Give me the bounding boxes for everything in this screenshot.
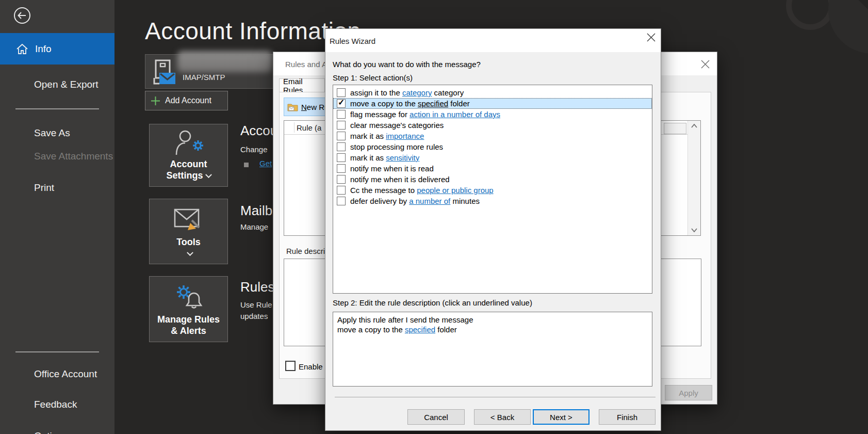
wizard-action-list[interactable]: assign it to the category category✓move …: [333, 85, 652, 294]
sidebar-item-office-account[interactable]: Office Account: [34, 368, 97, 380]
account-settings-icon: [174, 130, 204, 155]
action-row[interactable]: assign it to the category category: [333, 87, 652, 98]
backstage-sidebar: Info Open & Export Save As Save Attachme…: [0, 0, 114, 434]
action-row[interactable]: notify me when it is read: [333, 163, 652, 174]
action-label: move a copy to the specified folder: [350, 99, 470, 108]
action-row[interactable]: mark it as importance: [333, 131, 652, 141]
scroll-down-icon[interactable]: [688, 225, 700, 235]
checkbox-unchecked[interactable]: [337, 186, 346, 195]
underlined-value-link[interactable]: people or public group: [417, 186, 493, 195]
back-button[interactable]: [13, 7, 31, 24]
add-account-label: Add Account: [165, 96, 211, 105]
action-row[interactable]: flag message for action in a number of d…: [333, 109, 652, 120]
new-rule-folder-icon: [287, 103, 298, 111]
rules-wizard-dialog: Rules Wizard What do you want to do with…: [325, 28, 661, 431]
add-account-button[interactable]: Add Account: [145, 91, 228, 110]
checkbox-unchecked[interactable]: [337, 110, 346, 119]
sidebar-divider: [15, 108, 99, 109]
account-section-link[interactable]: Get: [259, 159, 272, 168]
account-section-text: Change: [240, 145, 268, 154]
underlined-value-link[interactable]: a number of: [409, 197, 450, 205]
manage-rules-alerts-button[interactable]: Manage Rules & Alerts: [149, 276, 228, 342]
wizard-prompt: What do you want to do with the message?: [333, 60, 481, 69]
tab-email-rules[interactable]: Email Rules: [279, 78, 325, 92]
sidebar-item-save-as[interactable]: Save As: [34, 127, 70, 139]
sidebar-item-feedback[interactable]: Feedback: [34, 399, 77, 410]
enable-rules-checkbox[interactable]: [285, 361, 296, 371]
action-row[interactable]: ✓move a copy to the specified folder: [333, 98, 652, 109]
checkbox-unchecked[interactable]: [337, 175, 346, 184]
underlined-value-link[interactable]: specified: [418, 99, 448, 108]
cancel-button[interactable]: Cancel: [407, 409, 465, 425]
next-button[interactable]: Next >: [533, 409, 589, 425]
action-row[interactable]: stop processing more rules: [333, 141, 652, 152]
mailbox-section-heading: Mailb: [240, 203, 272, 219]
action-label: clear message's categories: [350, 121, 444, 130]
manage-rules-label-line1: Manage Rules: [157, 314, 220, 325]
action-label: notify me when it is read: [350, 164, 434, 173]
finish-button[interactable]: Finish: [599, 409, 656, 425]
sidebar-item-open-export[interactable]: Open & Export: [34, 79, 99, 90]
action-row[interactable]: notify me when it is delivered: [333, 174, 652, 185]
close-icon[interactable]: [643, 29, 659, 45]
mailbox-section-text: Manage: [240, 222, 268, 231]
rules-alerts-icon: [174, 284, 203, 311]
sidebar-item-info[interactable]: Info: [0, 33, 114, 65]
action-row[interactable]: defer delivery by a number of minutes: [333, 196, 652, 206]
underlined-value-link[interactable]: category: [402, 88, 432, 97]
back-button[interactable]: < Back: [474, 409, 531, 425]
plus-icon: [151, 97, 160, 105]
rules-alerts-title: Rules and A: [285, 60, 327, 69]
underlined-value-link[interactable]: importance: [386, 132, 424, 140]
rules-section-heading: Rules: [240, 279, 274, 295]
chevron-down-icon: [187, 249, 193, 256]
account-settings-label-line2: Settings: [166, 170, 203, 181]
account-mailbox-icon: [153, 59, 176, 86]
close-icon[interactable]: [697, 56, 713, 72]
tools-label: Tools: [176, 237, 201, 247]
checkbox-unchecked[interactable]: [337, 164, 346, 173]
step2-label: Step 2: Edit the rule description (click…: [333, 298, 532, 307]
checkbox-unchecked[interactable]: [337, 197, 346, 205]
checkbox-unchecked[interactable]: [337, 153, 346, 162]
account-section-heading: Accou: [240, 123, 277, 139]
apply-button[interactable]: Apply: [665, 385, 712, 400]
underlined-value-link[interactable]: sensitivity: [386, 153, 419, 162]
checkbox-unchecked[interactable]: [337, 121, 346, 130]
scroll-up-icon[interactable]: [688, 121, 700, 131]
rules-list-scrollbar[interactable]: [687, 121, 700, 235]
account-settings-button[interactable]: Account Settings: [149, 124, 228, 187]
checkbox-checked[interactable]: ✓: [337, 99, 346, 108]
rules-wizard-title: Rules Wizard: [330, 37, 375, 45]
home-icon: [16, 43, 28, 55]
decorative-circle: [828, 0, 868, 54]
rule-description-label: Rule descrip: [286, 247, 329, 255]
checkbox-unchecked[interactable]: [337, 142, 346, 151]
checkbox-unchecked[interactable]: [337, 88, 346, 97]
underlined-value-link[interactable]: action in a number of days: [410, 110, 500, 119]
rules-list-header-label: Rule (a: [297, 123, 321, 132]
redacted-account-name: [177, 51, 272, 72]
sidebar-divider: [15, 351, 99, 352]
action-label: flag message for action in a number of d…: [350, 110, 500, 119]
rules-section-text-line2: updates: [240, 312, 268, 320]
manage-rules-label-line2: & Alerts: [171, 326, 206, 336]
action-label: assign it to the category category: [350, 88, 464, 97]
tools-button[interactable]: Tools: [149, 199, 228, 264]
action-row[interactable]: mark it as sensitivity: [333, 152, 652, 163]
sidebar-item-print[interactable]: Print: [34, 182, 54, 194]
underlined-value-link[interactable]: specified: [405, 325, 435, 334]
action-label: Cc the message to people or public group: [350, 186, 494, 195]
action-label: notify me when it is delivered: [350, 175, 450, 184]
sidebar-item-options[interactable]: Options: [34, 430, 68, 434]
list-bullet: [244, 163, 249, 167]
decorative-ring: [786, 0, 834, 30]
rule-description-line: Apply this rule after I send the message: [337, 315, 648, 325]
rules-list-header-end: [664, 123, 686, 134]
rules-section-text-line1: Use Rule: [240, 300, 272, 309]
action-row[interactable]: clear message's categories: [333, 120, 652, 131]
checkbox-unchecked[interactable]: [337, 132, 346, 140]
action-row[interactable]: Cc the message to people or public group: [333, 185, 652, 196]
wizard-rule-description: Apply this rule after I send the message…: [333, 312, 652, 387]
sidebar-item-label: Info: [35, 43, 52, 55]
